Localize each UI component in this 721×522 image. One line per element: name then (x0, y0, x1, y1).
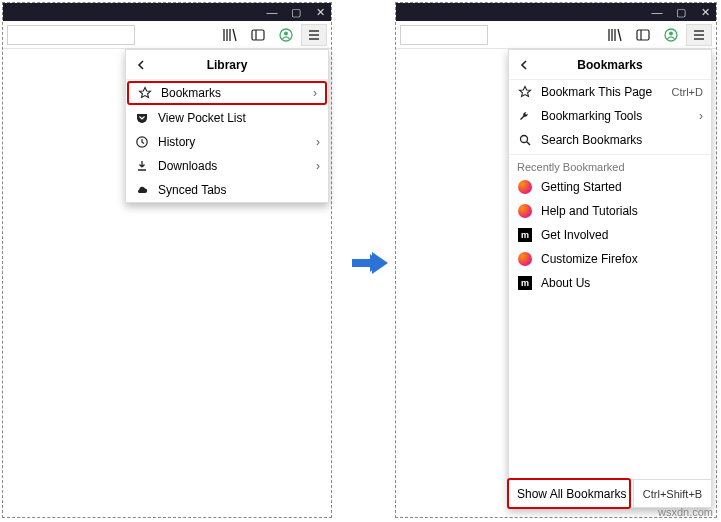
menu-item-synced-tabs[interactable]: Synced Tabs (126, 178, 328, 202)
download-icon (134, 158, 150, 174)
window-right: — ▢ ✕ Bookmarks (395, 2, 717, 518)
toolbar (3, 21, 331, 49)
footer-row: Show All Bookmarks Ctrl+Shift+B (509, 479, 711, 507)
svg-point-9 (669, 31, 673, 35)
back-button[interactable] (126, 50, 156, 80)
shortcut-text: Ctrl+D (672, 86, 703, 98)
maximize-button[interactable]: ▢ (289, 7, 303, 17)
svg-rect-0 (252, 30, 264, 40)
back-button[interactable] (509, 50, 539, 80)
menu-item-bookmarks[interactable]: Bookmarks › (127, 81, 327, 105)
window-left: — ▢ ✕ Library (2, 2, 332, 518)
bookmark-label: Help and Tutorials (541, 204, 703, 218)
svg-rect-5 (352, 259, 374, 267)
url-bar[interactable] (400, 25, 488, 45)
minimize-button[interactable]: — (650, 7, 664, 17)
menu-item-downloads[interactable]: Downloads › (126, 154, 328, 178)
footer-shortcut: Ctrl+Shift+B (633, 480, 711, 507)
menu-item-label: View Pocket List (158, 111, 320, 125)
favicon (517, 203, 533, 219)
url-bar[interactable] (7, 25, 135, 45)
menu-item-bookmark-this-page[interactable]: Bookmark This Page Ctrl+D (509, 80, 711, 104)
menu-item-pocket[interactable]: View Pocket List (126, 106, 328, 130)
cloud-icon (134, 182, 150, 198)
menu-title: Library (156, 58, 328, 72)
menu-item-label: Downloads (158, 159, 308, 173)
bookmark-item[interactable]: Help and Tutorials (509, 199, 711, 223)
star-icon (137, 85, 153, 101)
bookmark-item[interactable]: m About Us (509, 271, 711, 295)
menu-item-history[interactable]: History › (126, 130, 328, 154)
menu-item-label: History (158, 135, 308, 149)
menu-item-bookmarking-tools[interactable]: Bookmarking Tools › (509, 104, 711, 128)
close-button[interactable]: ✕ (698, 7, 712, 17)
library-icon[interactable] (221, 26, 239, 44)
favicon (517, 179, 533, 195)
maximize-button[interactable]: ▢ (674, 7, 688, 17)
separator (509, 154, 711, 155)
footer-label: Show All Bookmarks (517, 487, 626, 501)
close-button[interactable]: ✕ (313, 7, 327, 17)
menu-item-search-bookmarks[interactable]: Search Bookmarks (509, 128, 711, 152)
bookmark-label: Get Involved (541, 228, 703, 242)
svg-point-10 (521, 136, 528, 143)
bookmark-label: Getting Started (541, 180, 703, 194)
favicon: m (517, 227, 533, 243)
chevron-right-icon: › (316, 159, 320, 173)
sidebar-icon[interactable] (634, 26, 652, 44)
menu-item-label: Synced Tabs (158, 183, 320, 197)
clock-icon (134, 134, 150, 150)
favicon: m (517, 275, 533, 291)
menu-item-label: Search Bookmarks (541, 133, 703, 147)
wrench-icon (517, 108, 533, 124)
bookmark-item[interactable]: Customize Firefox (509, 247, 711, 271)
chevron-right-icon: › (316, 135, 320, 149)
bookmark-item[interactable]: m Get Involved (509, 223, 711, 247)
bookmarks-menu: Bookmarks Bookmark This Page Ctrl+D Book… (508, 49, 712, 508)
recently-bookmarked-label: Recently Bookmarked (509, 157, 711, 175)
bookmark-label: Customize Firefox (541, 252, 703, 266)
watermark: wsxdn.com (658, 506, 713, 518)
show-all-bookmarks-button[interactable]: Show All Bookmarks (509, 480, 633, 507)
favicon (517, 251, 533, 267)
pocket-icon (134, 110, 150, 126)
library-icon[interactable] (606, 26, 624, 44)
chevron-right-icon: › (699, 109, 703, 123)
hamburger-menu[interactable] (301, 24, 327, 46)
svg-rect-6 (637, 30, 649, 40)
account-icon[interactable] (662, 26, 680, 44)
library-menu: Library Bookmarks › View Pocket List (125, 49, 329, 203)
search-icon (517, 132, 533, 148)
chevron-right-icon: › (313, 86, 317, 100)
star-icon (517, 84, 533, 100)
menu-item-label: Bookmarks (161, 86, 305, 100)
hamburger-menu[interactable] (686, 24, 712, 46)
arrow-right-icon (348, 242, 390, 284)
titlebar: — ▢ ✕ (396, 3, 716, 21)
menu-title: Bookmarks (539, 58, 711, 72)
bookmark-item[interactable]: Getting Started (509, 175, 711, 199)
sidebar-icon[interactable] (249, 26, 267, 44)
titlebar: — ▢ ✕ (3, 3, 331, 21)
toolbar (396, 21, 716, 49)
account-icon[interactable] (277, 26, 295, 44)
bookmark-label: About Us (541, 276, 703, 290)
menu-item-label: Bookmarking Tools (541, 109, 691, 123)
minimize-button[interactable]: — (265, 7, 279, 17)
svg-point-3 (284, 31, 288, 35)
menu-item-label: Bookmark This Page (541, 85, 664, 99)
svg-line-11 (527, 142, 530, 145)
